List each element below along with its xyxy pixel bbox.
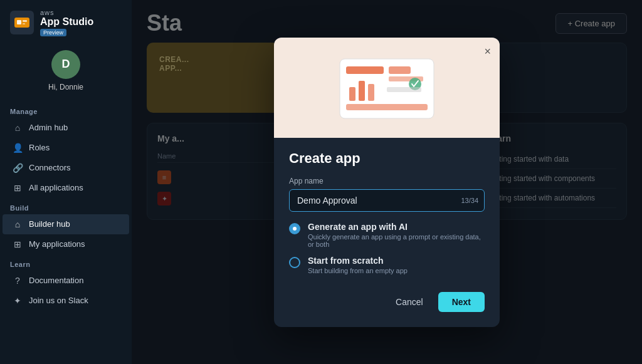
generate-ai-label: Generate an app with AI bbox=[308, 222, 485, 232]
slack-icon: ✦ bbox=[13, 296, 23, 306]
svg-rect-5 bbox=[346, 66, 384, 74]
start-scratch-desc: Start building from an empty app bbox=[308, 267, 408, 274]
svg-rect-2 bbox=[23, 20, 27, 22]
avatar: D bbox=[51, 50, 80, 79]
sidebar-item-label-all-apps: All applications bbox=[29, 183, 83, 192]
svg-rect-13 bbox=[346, 104, 428, 110]
sidebar-item-all-applications[interactable]: ⊞ All applications bbox=[3, 178, 129, 198]
logo-text: aws App Studio Preview bbox=[40, 9, 93, 36]
manage-section-label: Manage bbox=[0, 101, 132, 118]
sidebar-item-slack[interactable]: ✦ Join us on Slack bbox=[3, 291, 129, 311]
modal-footer: Cancel Next bbox=[289, 289, 485, 312]
svg-rect-12 bbox=[387, 87, 421, 92]
preview-badge: Preview bbox=[40, 29, 66, 36]
learn-section-label: Learn bbox=[0, 254, 132, 271]
build-section-label: Build bbox=[0, 198, 132, 214]
apps-icon: ⊞ bbox=[13, 239, 23, 249]
generate-ai-desc: Quickly generate an app using a prompt o… bbox=[308, 233, 485, 248]
modal-body: Create app App name 13/34 Generate an ap… bbox=[274, 138, 500, 327]
aws-label: aws bbox=[40, 9, 93, 16]
creation-options: Generate an app with AI Quickly generate… bbox=[289, 222, 485, 274]
logo-area: aws App Studio Preview bbox=[0, 0, 132, 43]
docs-icon: ? bbox=[13, 276, 23, 286]
svg-rect-3 bbox=[23, 23, 25, 24]
builder-icon: ⌂ bbox=[13, 219, 23, 229]
sidebar-item-label-slack: Join us on Slack bbox=[29, 296, 88, 305]
modal-title: Create app bbox=[289, 150, 485, 167]
svg-rect-0 bbox=[14, 18, 29, 28]
create-app-modal: × Create app App name 13/34 Generate an … bbox=[274, 38, 500, 327]
svg-rect-8 bbox=[349, 87, 355, 101]
roles-icon: 👤 bbox=[13, 143, 23, 153]
cancel-button[interactable]: Cancel bbox=[387, 292, 432, 312]
grid-icon: ⊞ bbox=[13, 183, 23, 193]
generate-ai-radio[interactable] bbox=[289, 223, 300, 234]
modal-illustration bbox=[274, 38, 500, 138]
char-count: 13/34 bbox=[461, 197, 478, 204]
sidebar-item-label-docs: Documentation bbox=[29, 276, 83, 285]
sidebar-item-builder-hub[interactable]: ⌂ Builder hub bbox=[3, 214, 129, 234]
sidebar-item-label-builder-hub: Builder hub bbox=[29, 219, 70, 229]
app-name-field-wrapper: 13/34 bbox=[289, 189, 485, 212]
home-icon: ⌂ bbox=[13, 123, 23, 133]
sidebar-item-label-roles: Roles bbox=[29, 143, 50, 152]
sidebar-item-label-my-apps: My applications bbox=[29, 239, 85, 249]
user-greeting: Hi, Donnie bbox=[48, 83, 83, 91]
connectors-icon: 🔗 bbox=[13, 163, 23, 173]
user-profile: D Hi, Donnie bbox=[0, 43, 132, 101]
main-content: Sta + Create app CREA...APP... O: BUILDR… bbox=[132, 0, 642, 364]
sidebar-item-label-admin-hub: Admin hub bbox=[29, 123, 68, 132]
sidebar: aws App Studio Preview D Hi, Donnie Mana… bbox=[0, 0, 132, 364]
modal-overlay: × Create app App name 13/34 Generate an … bbox=[132, 0, 642, 364]
generate-ai-text: Generate an app with AI Quickly generate… bbox=[308, 222, 485, 248]
generate-ai-option[interactable]: Generate an app with AI Quickly generate… bbox=[289, 222, 485, 248]
sidebar-item-connectors[interactable]: 🔗 Connectors bbox=[3, 158, 129, 178]
next-button[interactable]: Next bbox=[438, 292, 485, 312]
start-scratch-radio[interactable] bbox=[289, 257, 300, 268]
svg-rect-10 bbox=[368, 84, 374, 101]
modal-close-button[interactable]: × bbox=[484, 45, 491, 58]
app-name-label: App name bbox=[289, 177, 485, 185]
sidebar-item-label-connectors: Connectors bbox=[29, 163, 70, 172]
sidebar-item-documentation[interactable]: ? Documentation bbox=[3, 271, 129, 291]
start-scratch-label: Start from scratch bbox=[308, 256, 408, 266]
sidebar-item-admin-hub[interactable]: ⌂ Admin hub bbox=[3, 118, 129, 138]
sidebar-item-roles[interactable]: 👤 Roles bbox=[3, 138, 129, 158]
app-name-input[interactable] bbox=[289, 189, 485, 212]
svg-rect-9 bbox=[359, 81, 365, 101]
sidebar-item-my-applications[interactable]: ⊞ My applications bbox=[3, 234, 129, 254]
logo-icon bbox=[10, 11, 34, 34]
start-scratch-text: Start from scratch Start building from a… bbox=[308, 256, 408, 274]
app-studio-label: App Studio bbox=[40, 16, 93, 28]
svg-rect-6 bbox=[389, 66, 411, 74]
start-scratch-option[interactable]: Start from scratch Start building from a… bbox=[289, 256, 485, 274]
svg-rect-1 bbox=[17, 20, 21, 24]
